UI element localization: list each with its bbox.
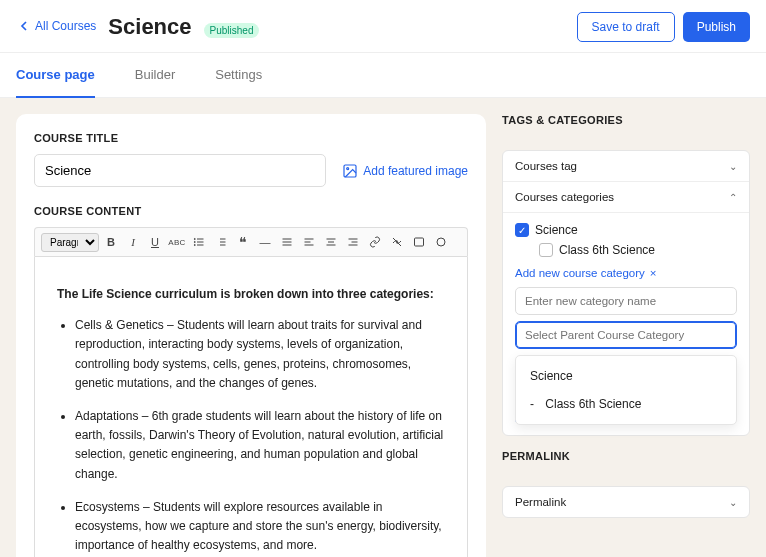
ordered-list-button[interactable]	[211, 232, 231, 252]
code-button[interactable]	[431, 232, 451, 252]
back-label: All Courses	[35, 19, 96, 33]
tab-builder[interactable]: Builder	[135, 53, 175, 97]
category-label: Science	[535, 223, 578, 237]
link-button[interactable]	[365, 232, 385, 252]
main-card: COURSE TITLE Add featured image COURSE C…	[16, 114, 486, 557]
editor-toolbar: Paragraph B I U ABC ❝ —	[34, 227, 468, 256]
save-draft-button[interactable]: Save to draft	[577, 12, 675, 42]
align-right-button[interactable]	[343, 232, 363, 252]
courses-tag-label: Courses tag	[515, 160, 577, 172]
courses-categories-row[interactable]: Courses categories ⌃	[503, 182, 749, 213]
add-category-link[interactable]: Add new course category ×	[515, 267, 737, 279]
svg-point-5	[194, 239, 195, 240]
chevron-down-icon: ⌄	[729, 161, 737, 172]
parent-category-dropdown: Science Class 6th Science	[515, 355, 737, 425]
course-content-label: COURSE CONTENT	[34, 205, 468, 217]
svg-point-25	[437, 238, 445, 246]
svg-point-1	[347, 167, 349, 169]
courses-tag-row[interactable]: Courses tag ⌄	[503, 151, 749, 182]
category-checkbox-class6[interactable]	[539, 243, 553, 257]
permalink-section-label: PERMALINK	[502, 450, 750, 462]
courses-categories-label: Courses categories	[515, 191, 614, 203]
tabs: Course page Builder Settings	[0, 53, 766, 98]
status-badge: Published	[204, 23, 260, 38]
quote-button[interactable]: ❝	[233, 232, 253, 252]
chevron-up-icon: ⌃	[729, 192, 737, 203]
new-category-input[interactable]	[515, 287, 737, 315]
format-select[interactable]: Paragraph	[41, 233, 99, 252]
permalink-row[interactable]: Permalink ⌄	[503, 487, 749, 517]
category-checkbox-science[interactable]: ✓	[515, 223, 529, 237]
course-title-input[interactable]	[34, 154, 326, 187]
dropdown-option-class6[interactable]: Class 6th Science	[516, 390, 736, 418]
italic-button[interactable]: I	[123, 232, 143, 252]
tab-settings[interactable]: Settings	[215, 53, 262, 97]
chevron-left-icon	[16, 18, 32, 34]
unordered-list-button[interactable]	[189, 232, 209, 252]
content-lead: The Life Science curriculum is broken do…	[57, 285, 445, 304]
align-center-button[interactable]	[321, 232, 341, 252]
page-title: Science	[108, 14, 191, 40]
chevron-down-icon: ⌄	[729, 497, 737, 508]
content-bullet: Ecosystems – Students will explore resou…	[75, 498, 445, 556]
publish-button[interactable]: Publish	[683, 12, 750, 42]
strikethrough-button[interactable]: ABC	[167, 232, 187, 252]
course-title-label: COURSE TITLE	[34, 132, 468, 144]
parent-category-select[interactable]	[515, 321, 737, 349]
bold-button[interactable]: B	[101, 232, 121, 252]
svg-point-6	[194, 242, 195, 243]
category-label: Class 6th Science	[559, 243, 655, 257]
outdent-button[interactable]	[277, 232, 297, 252]
back-link[interactable]: All Courses	[16, 18, 96, 34]
svg-rect-24	[415, 238, 424, 246]
editor-body[interactable]: The Life Science curriculum is broken do…	[34, 256, 468, 557]
content-bullet: Adaptations – 6th grade students will le…	[75, 407, 445, 484]
tab-course-page[interactable]: Course page	[16, 53, 95, 98]
content-bullet: Cells & Genetics – Students will learn a…	[75, 316, 445, 393]
image-icon	[342, 163, 358, 179]
svg-point-7	[194, 245, 195, 246]
hr-button[interactable]: —	[255, 232, 275, 252]
tags-section-label: TAGS & CATEGORIES	[502, 114, 750, 126]
tags-categories-panel: Courses tag ⌄ Courses categories ⌃ ✓ Sci…	[502, 150, 750, 436]
categories-body: ✓ Science Class 6th Science Add new cour…	[503, 213, 749, 435]
dropdown-option-science[interactable]: Science	[516, 362, 736, 390]
unlink-button[interactable]	[387, 232, 407, 252]
close-icon[interactable]: ×	[650, 267, 657, 279]
add-featured-image-link[interactable]: Add featured image	[342, 163, 468, 179]
featured-link-text: Add featured image	[363, 164, 468, 178]
align-left-button[interactable]	[299, 232, 319, 252]
media-button[interactable]	[409, 232, 429, 252]
underline-button[interactable]: U	[145, 232, 165, 252]
permalink-label: Permalink	[515, 496, 566, 508]
